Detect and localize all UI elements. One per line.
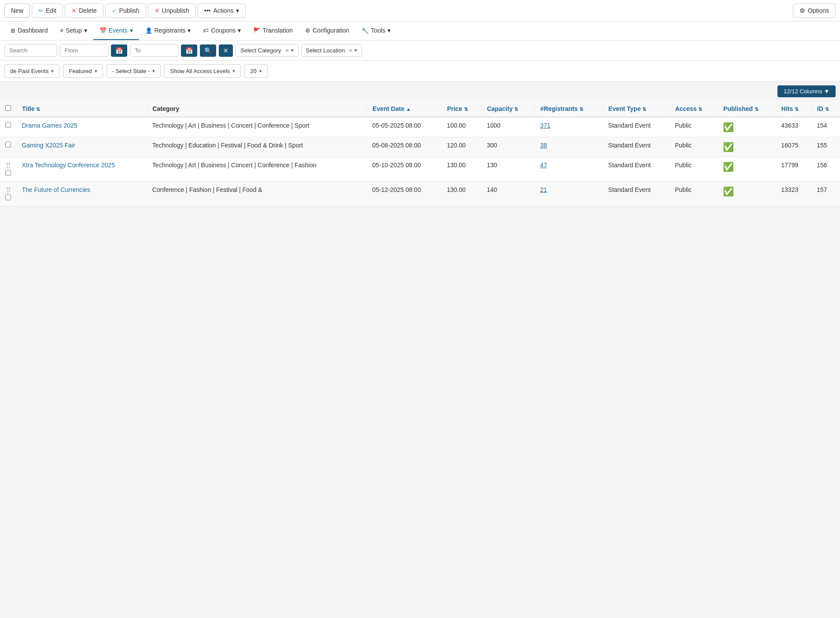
th-hits[interactable]: Hits ⇅ (776, 101, 811, 117)
row-event-type-3: Standard Event (603, 182, 670, 206)
sort-date-icon: ▲ (406, 107, 411, 112)
registrants-link-1[interactable]: 38 (540, 142, 547, 149)
nav-item-dashboard[interactable]: ⊞ Dashboard (4, 22, 54, 40)
nav-item-coupons[interactable]: 🏷 Coupons ▾ (197, 22, 247, 40)
location-dropdown[interactable]: Select Location ✕ ▾ (301, 44, 362, 57)
delete-button[interactable]: ✕ Delete (65, 4, 103, 18)
th-title[interactable]: Title ⇅ (17, 101, 147, 117)
nav-item-registrants[interactable]: 👤 Registrants ▾ (139, 22, 197, 40)
row-checkbox-cell-0 (0, 117, 17, 137)
th-category: Category (147, 101, 367, 117)
row-published-3: ✅ (718, 182, 776, 206)
drag-handle[interactable]: ⠿ (6, 162, 11, 169)
calendar-icon-to: 📅 (185, 47, 193, 54)
featured-dropdown[interactable]: Featured ▾ (63, 64, 103, 78)
row-event-type-2: Standard Event (603, 157, 670, 182)
location-clear-icon[interactable]: ✕ (348, 48, 353, 54)
registrants-link-3[interactable]: 21 (540, 186, 547, 193)
row-date-3: 05-12-2025 08:00 (367, 182, 442, 206)
unpublish-button[interactable]: ✕ Unpublish (148, 4, 196, 18)
options-button[interactable]: ⚙ Options (793, 4, 836, 18)
table-row: ⠿ The Future of Currencies Conference | … (0, 182, 840, 206)
nav-item-tools[interactable]: 🔧 Tools ▾ (355, 22, 397, 40)
row-capacity-0: 1000 (482, 117, 535, 137)
th-price[interactable]: Price ⇅ (442, 101, 482, 117)
nav-dashboard-label: Dashboard (18, 27, 48, 34)
registrants-link-2[interactable]: 47 (540, 162, 547, 169)
tools-arrow-icon: ▾ (387, 27, 391, 34)
nav-configuration-label: Configuration (313, 27, 349, 34)
row-event-type-1: Standard Event (603, 137, 670, 157)
past-events-dropdown[interactable]: de Past Events ▾ (4, 64, 59, 78)
event-link-3[interactable]: The Future of Currencies (22, 186, 91, 193)
filter-row-1: 📅 📅 🔍 ✕ Select Category ✕ ▾ Select Locat… (0, 40, 840, 61)
row-access-3: Public (670, 182, 718, 206)
events-table-wrap: Title ⇅ Category Event Date ▲ Price ⇅ Ca… (0, 101, 840, 206)
access-dropdown[interactable]: Show All Access Levels ▾ (164, 64, 241, 78)
event-link-1[interactable]: Gaming X2025 Fair (22, 142, 75, 149)
row-checkbox-3[interactable] (5, 195, 11, 200)
row-id-0: 154 (811, 117, 840, 137)
featured-label: Featured (69, 68, 92, 74)
new-label: New (11, 7, 23, 14)
event-link-0[interactable]: Drama Games 2025 (22, 122, 77, 129)
new-button[interactable]: New (4, 4, 30, 18)
row-id-2: 156 (811, 157, 840, 182)
nav-item-events[interactable]: 📅 Events ▾ (93, 22, 139, 40)
event-link-2[interactable]: Xtra Technology Conference 2025 (22, 162, 115, 169)
nav-item-setup[interactable]: ≡ Setup ▾ (54, 22, 93, 40)
row-price-1: 120.00 (442, 137, 482, 157)
row-published-0: ✅ (718, 117, 776, 137)
row-hits-2: 17799 (776, 157, 811, 182)
th-capacity[interactable]: Capacity ⇅ (482, 101, 535, 117)
publish-button[interactable]: ✓ Publish (105, 4, 146, 18)
table-row: Drama Games 2025 Technology | Art | Busi… (0, 117, 840, 137)
columns-button[interactable]: 12/12 Columns ▼ (777, 85, 836, 97)
drag-handle[interactable]: ⠿ (6, 187, 11, 194)
per-page-dropdown[interactable]: 20 ▾ (244, 64, 267, 78)
edit-button[interactable]: ✏ Edit (32, 4, 63, 18)
th-registrants[interactable]: #Registrants ⇅ (535, 101, 603, 117)
category-clear-icon[interactable]: ✕ (285, 48, 289, 54)
published-icon-1: ✅ (723, 142, 734, 152)
th-access[interactable]: Access ⇅ (670, 101, 718, 117)
row-price-3: 130.00 (442, 182, 482, 206)
publish-icon: ✓ (112, 7, 117, 14)
delete-icon: ✕ (71, 7, 77, 14)
nav-tools-label: Tools (371, 27, 385, 34)
row-checkbox-cell-3: ⠿ (0, 182, 17, 206)
category-dropdown[interactable]: Select Category ✕ ▾ (236, 44, 298, 57)
row-checkbox-0[interactable] (5, 122, 11, 128)
unpublish-label: Unpublish (162, 7, 189, 14)
row-capacity-3: 140 (482, 182, 535, 206)
registrants-link-0[interactable]: 371 (540, 122, 550, 129)
to-calendar-button[interactable]: 📅 (181, 44, 197, 57)
access-chevron-icon: ▾ (232, 68, 235, 74)
configuration-icon: ⚙ (305, 27, 310, 34)
to-date-input[interactable] (130, 44, 178, 57)
row-title-3: The Future of Currencies (17, 182, 147, 206)
nav-translation-label: Translation (262, 27, 293, 34)
th-event-date[interactable]: Event Date ▲ (367, 101, 442, 117)
nav-item-configuration[interactable]: ⚙ Configuration (299, 22, 355, 40)
translation-icon: 🚩 (253, 27, 260, 34)
actions-button[interactable]: ••• Actions ▾ (198, 4, 246, 18)
sort-capacity-icon: ⇅ (514, 107, 518, 112)
th-id[interactable]: ID ⇅ (811, 101, 840, 117)
clear-button[interactable]: ✕ (219, 44, 233, 57)
row-date-2: 05-10-2025 08:00 (367, 157, 442, 182)
th-event-type[interactable]: Event Type ⇅ (603, 101, 670, 117)
th-published[interactable]: Published ⇅ (718, 101, 776, 117)
nav-item-translation[interactable]: 🚩 Translation (247, 22, 299, 40)
row-checkbox-2[interactable] (5, 170, 11, 176)
nav-coupons-label: Coupons (211, 27, 236, 34)
row-checkbox-1[interactable] (5, 142, 11, 147)
search-input[interactable] (4, 44, 57, 57)
select-all-checkbox[interactable] (5, 105, 11, 111)
columns-row: 12/12 Columns ▼ (0, 82, 840, 101)
state-dropdown[interactable]: - Select State - ▾ (107, 64, 161, 78)
from-date-input[interactable] (60, 44, 108, 57)
row-title-2: Xtra Technology Conference 2025 (17, 157, 147, 182)
from-calendar-button[interactable]: 📅 (111, 44, 127, 57)
search-button[interactable]: 🔍 (200, 44, 216, 57)
